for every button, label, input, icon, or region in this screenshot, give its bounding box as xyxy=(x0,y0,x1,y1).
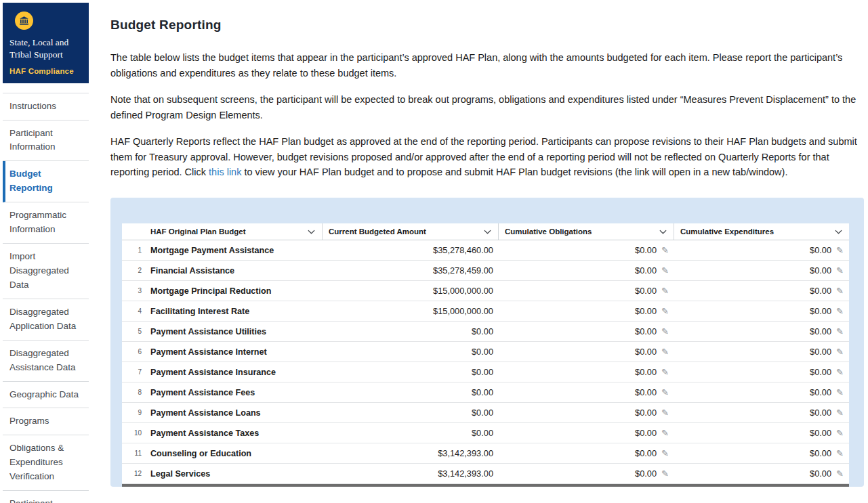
row-number: 5 xyxy=(122,328,145,335)
chevron-down-icon[interactable] xyxy=(835,229,842,234)
cumulative-obligations-value: $0.00 xyxy=(635,408,657,418)
column-header-haf-original-plan-budget[interactable]: HAF Original Plan Budget xyxy=(122,223,323,240)
sidebar-item-budget-reporting[interactable]: Budget Reporting xyxy=(3,161,89,202)
edit-pencil-icon[interactable]: ✎ xyxy=(661,266,669,275)
cumulative-expenditures-value: $0.00 xyxy=(810,265,831,276)
budget-item-name: Mortgage Payment Assistance xyxy=(145,246,323,255)
table-row-payment-assistance-loans: 9Payment Assistance Loans$0.00$0.00✎$0.0… xyxy=(122,403,849,423)
sidebar-item-import-disaggregated-data[interactable]: Import Disaggregated Data xyxy=(3,244,89,299)
cumulative-obligations-cell: $0.00✎ xyxy=(499,245,674,255)
edit-pencil-icon[interactable]: ✎ xyxy=(836,449,844,458)
note-paragraph: Note that on subsequent screens, the par… xyxy=(110,92,864,123)
row-number: 10 xyxy=(122,429,145,437)
edit-pencil-icon[interactable]: ✎ xyxy=(836,286,844,295)
cumulative-expenditures-cell: $0.00✎ xyxy=(674,326,849,336)
column-header-label: Current Budgeted Amount xyxy=(329,227,426,236)
cumulative-expenditures-cell: $0.00✎ xyxy=(674,245,849,255)
edit-pencil-icon[interactable]: ✎ xyxy=(661,327,669,336)
cumulative-expenditures-value: $0.00 xyxy=(810,428,831,438)
cumulative-obligations-value: $0.00 xyxy=(635,245,657,255)
edit-pencil-icon[interactable]: ✎ xyxy=(836,327,844,336)
column-header-cumulative-expenditures[interactable]: Cumulative Expenditures xyxy=(674,223,849,240)
sidebar-item-disaggregated-assistance-data[interactable]: Disaggregated Assistance Data xyxy=(3,341,89,382)
column-header-cumulative-obligations[interactable]: Cumulative Obligations xyxy=(499,223,674,240)
sidebar-item-participant[interactable]: Participant xyxy=(3,491,89,503)
sidebar-item-instructions[interactable]: Instructions xyxy=(3,93,89,121)
edit-pencil-icon[interactable]: ✎ xyxy=(836,388,844,397)
edit-pencil-icon[interactable]: ✎ xyxy=(661,307,669,315)
quarterly-paragraph: HAF Quarterly Reports reflect the HAF Pl… xyxy=(110,134,864,181)
edit-pencil-icon[interactable]: ✎ xyxy=(661,449,669,458)
row-number: 9 xyxy=(122,409,145,416)
sidebar-item-programs[interactable]: Programs xyxy=(3,408,89,435)
table-header-row: HAF Original Plan BudgetCurrent Budgeted… xyxy=(122,223,849,240)
row-number: 11 xyxy=(122,450,145,457)
table-body: 1Mortgage Payment Assistance$35,278,460.… xyxy=(122,240,849,487)
cumulative-expenditures-cell: $0.00✎ xyxy=(674,286,849,296)
edit-pencil-icon[interactable]: ✎ xyxy=(661,388,669,397)
edit-pencil-icon[interactable]: ✎ xyxy=(836,469,844,478)
table-row-legal-services: 12Legal Services$3,142,393.00$0.00✎$0.00… xyxy=(122,464,849,484)
cumulative-obligations-cell: $0.00✎ xyxy=(499,347,674,357)
budget-table-panel: HAF Original Plan BudgetCurrent Budgeted… xyxy=(110,198,864,487)
current-budgeted-amount: $15,000,000.00 xyxy=(323,286,499,296)
cumulative-expenditures-cell: $0.00✎ xyxy=(674,387,849,397)
cumulative-obligations-cell: $0.00✎ xyxy=(499,326,674,336)
sidebar-item-programmatic-information[interactable]: Programmatic Information xyxy=(3,202,89,244)
edit-pencil-icon[interactable]: ✎ xyxy=(836,307,844,315)
edit-pencil-icon[interactable]: ✎ xyxy=(836,368,844,376)
column-header-current-budgeted-amount[interactable]: Current Budgeted Amount xyxy=(323,223,499,240)
current-budgeted-amount: $3,142,393.00 xyxy=(323,448,499,458)
edit-pencil-icon[interactable]: ✎ xyxy=(836,246,844,255)
edit-pencil-icon[interactable]: ✎ xyxy=(836,266,844,275)
sidebar-item-geographic-data[interactable]: Geographic Data xyxy=(3,382,89,409)
cumulative-obligations-value: $0.00 xyxy=(635,428,657,438)
sidebar-item-participant-information[interactable]: Participant Information xyxy=(3,121,89,162)
edit-pencil-icon[interactable]: ✎ xyxy=(661,429,669,437)
cumulative-expenditures-cell: $0.00✎ xyxy=(674,428,849,438)
edit-pencil-icon[interactable]: ✎ xyxy=(661,408,669,417)
edit-pencil-icon[interactable]: ✎ xyxy=(836,347,844,356)
edit-pencil-icon[interactable]: ✎ xyxy=(836,429,844,437)
current-budgeted-amount: $0.00 xyxy=(323,326,499,336)
cumulative-obligations-value: $0.00 xyxy=(635,347,657,357)
row-number: 2 xyxy=(122,267,145,274)
edit-pencil-icon[interactable]: ✎ xyxy=(661,347,669,356)
cumulative-expenditures-value: $0.00 xyxy=(810,448,831,458)
cumulative-obligations-value: $0.00 xyxy=(635,387,657,397)
sidebar-item-disaggregated-application-data[interactable]: Disaggregated Application Data xyxy=(3,299,89,341)
chevron-down-icon[interactable] xyxy=(659,229,667,234)
cumulative-obligations-cell: $0.00✎ xyxy=(499,387,674,397)
app-root: State, Local and Tribal Support HAF Comp… xyxy=(0,0,868,503)
haf-plan-budget-link[interactable]: this link xyxy=(209,167,241,177)
current-budgeted-amount: $35,278,459.00 xyxy=(323,265,499,276)
row-number: 8 xyxy=(122,389,145,396)
cumulative-expenditures-value: $0.00 xyxy=(810,408,831,418)
column-header-label: Cumulative Obligations xyxy=(505,227,592,236)
chevron-down-icon[interactable] xyxy=(484,229,491,234)
treasury-seal-icon xyxy=(15,12,33,30)
cumulative-expenditures-cell: $0.00✎ xyxy=(674,265,849,276)
chevron-down-icon[interactable] xyxy=(308,229,315,234)
edit-pencil-icon[interactable]: ✎ xyxy=(661,368,669,376)
budget-item-name: Facilitating Interest Rate xyxy=(145,307,323,316)
subtotal-row: 13Measures Preventing Displacement Subto… xyxy=(122,484,849,487)
edit-pencil-icon[interactable]: ✎ xyxy=(661,469,669,478)
cumulative-obligations-cell: $0.00✎ xyxy=(499,367,674,377)
edit-pencil-icon[interactable]: ✎ xyxy=(836,408,844,417)
table-row-payment-assistance-taxes: 10Payment Assistance Taxes$0.00$0.00✎$0.… xyxy=(122,423,849,443)
table-row-mortgage-payment-assistance: 1Mortgage Payment Assistance$35,278,460.… xyxy=(122,240,849,261)
cumulative-obligations-value: $0.00 xyxy=(635,448,657,458)
cumulative-expenditures-value: $0.00 xyxy=(810,245,831,255)
sidebar-item-obligations-expenditures-verification[interactable]: Obligations & Expenditures Verification xyxy=(3,435,89,491)
cumulative-obligations-value: $0.00 xyxy=(635,468,657,479)
cumulative-expenditures-value: $0.00 xyxy=(810,326,831,336)
intro-paragraph: The table below lists the budget items t… xyxy=(110,50,864,81)
edit-pencil-icon[interactable]: ✎ xyxy=(661,286,669,295)
edit-pencil-icon[interactable]: ✎ xyxy=(661,246,669,255)
cumulative-expenditures-value: $0.00 xyxy=(810,306,831,316)
column-header-label: Cumulative Expenditures xyxy=(680,227,774,236)
table-row-payment-assistance-utilities: 5Payment Assistance Utilities$0.00$0.00✎… xyxy=(122,322,849,342)
row-number: 6 xyxy=(122,348,145,355)
cumulative-obligations-cell: $0.00✎ xyxy=(499,448,674,458)
